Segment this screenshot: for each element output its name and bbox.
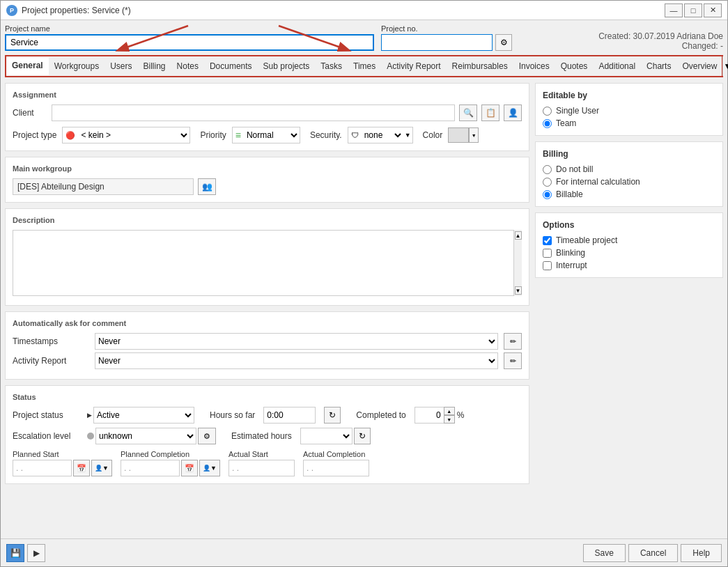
color-label: Color <box>423 130 443 140</box>
client-input[interactable] <box>52 104 455 121</box>
planned-start-extra-button[interactable]: 👤▼ <box>91 460 112 476</box>
planned-start-input[interactable] <box>13 460 72 476</box>
tab-quotes[interactable]: Quotes <box>555 58 594 75</box>
tab-billing[interactable]: Billing <box>138 58 171 75</box>
priority-select[interactable]: Normal High Low <box>244 127 300 143</box>
actual-start-input[interactable] <box>229 460 295 476</box>
internal-calc-radio[interactable] <box>543 178 552 187</box>
spin-up-button[interactable]: ▲ <box>444 407 455 415</box>
client-search-button[interactable]: 🔍 <box>459 104 477 121</box>
color-dropdown-button[interactable]: ▼ <box>469 127 479 143</box>
timestamps-edit-button[interactable]: ✏ <box>504 333 522 350</box>
spin-down-button[interactable]: ▼ <box>444 415 455 424</box>
project-type-select[interactable]: < kein > <box>78 127 189 143</box>
tab-users[interactable]: Users <box>104 58 137 75</box>
main-workgroup-label: Main workgroup <box>13 164 522 173</box>
description-label: Description <box>13 216 522 224</box>
tab-workgroups[interactable]: Workgroups <box>49 58 104 75</box>
timeable-checkbox-item[interactable]: Timeable project <box>543 235 715 245</box>
tab-general[interactable]: General <box>6 57 49 75</box>
interrupt-checkbox[interactable] <box>543 261 552 270</box>
planned-start-cal-button[interactable]: 📅 <box>73 460 90 476</box>
tab-additional[interactable]: Additional <box>593 58 641 75</box>
tab-charts[interactable]: Charts <box>641 58 676 75</box>
workgroup-input[interactable] <box>13 178 194 195</box>
created-text: Created: 30.07.2019 Adriana Doe <box>584 31 723 41</box>
activity-report-edit-button[interactable]: ✏ <box>504 352 522 369</box>
planned-completion-cal-button[interactable]: 📅 <box>181 460 198 476</box>
do-not-bill-radio-item[interactable]: Do not bill <box>543 164 715 174</box>
project-no-settings-button[interactable]: ⚙ <box>495 34 512 51</box>
tab-times[interactable]: Times <box>348 58 381 75</box>
created-info: Created: 30.07.2019 Adriana Doe Changed:… <box>584 29 723 51</box>
activity-report-select[interactable]: Never Always Ask <box>95 352 498 369</box>
billable-radio[interactable] <box>543 190 552 199</box>
actual-completion-input[interactable] <box>303 460 369 476</box>
blinking-checkbox[interactable] <box>543 249 552 258</box>
description-textarea[interactable] <box>13 230 522 296</box>
project-name-input[interactable] <box>5 34 374 51</box>
interrupt-checkbox-item[interactable]: Interrupt <box>543 261 715 270</box>
status-row-2: Escalation level unknown ⚙ Estimated hou… <box>13 428 522 444</box>
close-button[interactable]: ✕ <box>704 3 722 17</box>
escalation-level-label: Escalation level <box>13 431 79 441</box>
color-box[interactable] <box>448 127 469 143</box>
project-no-input[interactable] <box>381 34 493 51</box>
desc-scroll-up[interactable]: ▲ <box>515 231 522 240</box>
save-nav-button[interactable]: 💾 <box>6 544 24 562</box>
tab-activity-report[interactable]: Activity Report <box>381 58 446 75</box>
escalation-settings-button[interactable]: ⚙ <box>198 428 216 444</box>
maximize-button[interactable]: □ <box>684 3 702 17</box>
project-status-select[interactable]: Active Inactive Completed <box>93 407 194 424</box>
timestamps-row: Timestamps Never Always Ask ✏ <box>13 333 522 350</box>
blinking-checkbox-item[interactable]: Blinking <box>543 248 715 258</box>
minimize-button[interactable]: — <box>665 3 683 17</box>
status-label: Status <box>13 393 522 401</box>
save-button[interactable]: Save <box>583 544 626 562</box>
tab-subprojects[interactable]: Sub projects <box>258 58 316 75</box>
tabs-overflow-button[interactable]: ▼ <box>722 56 728 76</box>
tab-notes[interactable]: Notes <box>171 58 204 75</box>
single-user-radio-item[interactable]: Single User <box>543 106 715 116</box>
hours-so-far-input[interactable] <box>263 407 316 424</box>
estimated-hours-select[interactable] <box>300 428 353 444</box>
desc-scroll-down[interactable]: ▼ <box>515 286 522 295</box>
timestamps-select[interactable]: Never Always Ask <box>95 333 498 350</box>
actual-start-label: Actual Start <box>229 450 295 458</box>
tab-reimbursables[interactable]: Reimbursables <box>447 58 513 75</box>
client-link-button[interactable]: 👤 <box>504 104 522 121</box>
tab-overview[interactable]: Overview <box>676 58 722 75</box>
planned-completion-extra-button[interactable]: 👤▼ <box>199 460 220 476</box>
hours-refresh-button[interactable]: ↻ <box>324 407 341 424</box>
project-no-group: Project no. ⚙ <box>381 24 577 51</box>
percent-label: % <box>457 410 465 420</box>
internal-calc-radio-item[interactable]: For internal calculation <box>543 177 715 187</box>
team-radio[interactable] <box>543 119 552 128</box>
bottom-right: Save Cancel Help <box>583 544 722 562</box>
help-button[interactable]: Help <box>681 544 722 562</box>
actual-start-group: Actual Start <box>229 450 295 476</box>
do-not-bill-radio[interactable] <box>543 165 552 174</box>
tab-tasks[interactable]: Tasks <box>315 58 348 75</box>
client-new-button[interactable]: 📋 <box>481 104 499 121</box>
security-select[interactable]: none Low Medium High <box>362 127 403 143</box>
completed-to-input[interactable] <box>415 407 444 424</box>
workgroup-select-button[interactable]: 👥 <box>198 178 216 195</box>
billable-radio-item[interactable]: Billable <box>543 189 715 199</box>
estimated-hours-label: Estimated hours <box>231 431 292 441</box>
cancel-button[interactable]: Cancel <box>628 544 678 562</box>
escalation-dot-icon <box>87 433 94 440</box>
priority-label: Priority <box>200 130 226 140</box>
team-radio-item[interactable]: Team <box>543 118 715 128</box>
estimated-refresh-button[interactable]: ↻ <box>354 428 371 444</box>
assignment-label: Assignment <box>13 91 522 99</box>
play-nav-button[interactable]: ▶ <box>27 544 45 562</box>
tab-documents[interactable]: Documents <box>204 58 258 75</box>
single-user-radio[interactable] <box>543 107 552 116</box>
timeable-checkbox[interactable] <box>543 236 552 245</box>
description-section: Description ▲ ▼ <box>5 208 529 306</box>
tab-invoices[interactable]: Invoices <box>513 58 555 75</box>
escalation-select[interactable]: unknown <box>95 428 196 444</box>
planned-completion-input[interactable] <box>121 460 180 476</box>
title-bar-left: P Project properties: Service (*) <box>6 5 131 16</box>
